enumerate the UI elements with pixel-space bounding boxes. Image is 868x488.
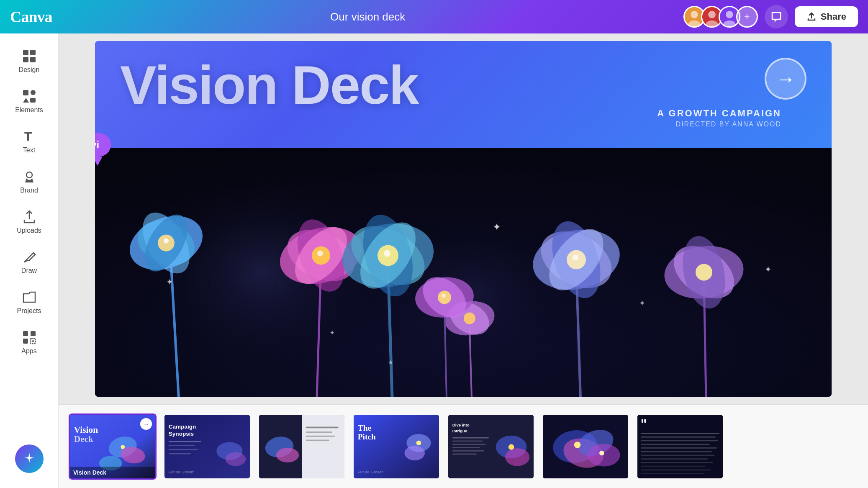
svg-text:Pitch: Pitch bbox=[358, 432, 376, 441]
svg-rect-137 bbox=[641, 455, 715, 456]
slide-subtitle: A GROWTH CAMPAIGN DIRECTED BY ANNA WOOD bbox=[657, 108, 781, 128]
canvas-container[interactable]: Vivi Vision Deck → A GROWTH CAMPAIGN DIR… bbox=[95, 41, 832, 397]
svg-point-127 bbox=[574, 442, 581, 448]
sidebar-item-text[interactable]: T Text bbox=[4, 122, 54, 161]
svg-point-49 bbox=[384, 250, 390, 257]
svg-rect-89 bbox=[169, 449, 198, 450]
document-title[interactable]: Our vision deck bbox=[330, 10, 405, 23]
design-icon bbox=[22, 49, 37, 64]
svg-rect-136 bbox=[641, 451, 712, 452]
svg-point-1 bbox=[691, 11, 698, 18]
svg-rect-96 bbox=[302, 415, 344, 478]
share-label: Share bbox=[821, 11, 846, 22]
svg-text:✦: ✦ bbox=[166, 277, 173, 287]
svg-point-18 bbox=[26, 172, 32, 178]
svg-point-128 bbox=[599, 450, 604, 455]
slide-arrow-button[interactable]: → bbox=[765, 58, 806, 100]
text-label: Text bbox=[23, 146, 35, 154]
svg-rect-113 bbox=[452, 437, 489, 438]
svg-point-65 bbox=[696, 264, 712, 281]
svg-text:Future Growth: Future Growth bbox=[169, 470, 195, 474]
slide-canvas[interactable]: Vision Deck → A GROWTH CAMPAIGN DIRECTED… bbox=[95, 41, 832, 397]
sidebar-item-brand[interactable]: Brand bbox=[4, 162, 54, 201]
thumbnail-2[interactable]: Campaign Synopsis Future Growth bbox=[163, 414, 251, 480]
svg-point-70 bbox=[442, 294, 446, 298]
svg-text:✦: ✦ bbox=[639, 299, 645, 308]
svg-rect-115 bbox=[452, 444, 486, 445]
svg-point-5 bbox=[706, 21, 718, 28]
svg-rect-141 bbox=[641, 469, 711, 470]
svg-text:✦: ✦ bbox=[765, 265, 772, 274]
thumbnail-6[interactable] bbox=[542, 414, 629, 480]
elements-label: Elements bbox=[15, 106, 43, 114]
draw-icon bbox=[22, 249, 37, 265]
sidebar-item-design[interactable]: Design bbox=[4, 42, 54, 80]
slide-title-part2: Deck bbox=[292, 54, 419, 116]
thumbnail-4[interactable]: The Pitch Future Growth bbox=[352, 414, 440, 480]
magic-button[interactable] bbox=[15, 444, 44, 473]
svg-rect-90 bbox=[169, 453, 191, 454]
svg-rect-142 bbox=[641, 473, 704, 474]
apps-icon bbox=[22, 330, 37, 345]
svg-point-8 bbox=[724, 21, 735, 28]
svg-rect-129 bbox=[637, 415, 723, 478]
sidebar-item-apps[interactable]: Apps bbox=[4, 323, 54, 362]
brand-icon bbox=[22, 169, 37, 184]
svg-text:Vision: Vision bbox=[74, 424, 98, 434]
svg-point-2 bbox=[688, 21, 700, 28]
svg-text:Dive into: Dive into bbox=[452, 423, 470, 427]
svg-point-14 bbox=[31, 90, 36, 95]
svg-rect-117 bbox=[452, 450, 484, 451]
add-collaborator-button[interactable]: + bbox=[736, 6, 758, 28]
magic-icon bbox=[23, 452, 36, 465]
svg-point-120 bbox=[505, 448, 529, 466]
svg-text:★: ★ bbox=[388, 359, 393, 366]
svg-rect-102 bbox=[306, 439, 329, 441]
svg-point-121 bbox=[508, 444, 514, 450]
header-center: Our vision deck bbox=[330, 10, 405, 23]
svg-rect-118 bbox=[452, 453, 477, 455]
sidebar-item-projects[interactable]: Projects bbox=[4, 283, 54, 321]
svg-point-98 bbox=[276, 447, 299, 462]
svg-point-4 bbox=[708, 11, 716, 18]
thumbnail-3[interactable] bbox=[258, 414, 346, 480]
share-button[interactable]: Share bbox=[795, 6, 858, 27]
header-right: + Share bbox=[683, 5, 858, 28]
svg-rect-12 bbox=[30, 57, 36, 62]
svg-rect-101 bbox=[306, 435, 335, 437]
thumbnail-1[interactable]: Vision Deck → Vision Deck bbox=[69, 414, 157, 480]
thumb-1-label: Vision Deck bbox=[70, 467, 155, 478]
svg-rect-10 bbox=[30, 50, 36, 55]
svg-rect-140 bbox=[641, 465, 706, 467]
design-label: Design bbox=[19, 66, 40, 74]
svg-text:✦: ✦ bbox=[493, 221, 501, 233]
svg-point-126 bbox=[588, 444, 620, 466]
svg-rect-134 bbox=[641, 444, 710, 445]
svg-point-35 bbox=[164, 239, 169, 244]
svg-text:Future Growth: Future Growth bbox=[358, 470, 384, 474]
svg-point-108 bbox=[404, 446, 425, 460]
slide-title-part1: Vision bbox=[120, 54, 292, 116]
svg-rect-16 bbox=[30, 98, 36, 103]
share-icon bbox=[806, 12, 817, 22]
apps-label: Apps bbox=[21, 347, 36, 355]
sidebar-item-elements[interactable]: Elements bbox=[4, 82, 54, 121]
svg-rect-87 bbox=[169, 441, 201, 442]
slide-title: Vision Deck bbox=[120, 54, 419, 116]
svg-point-93 bbox=[226, 452, 246, 466]
sidebar-item-uploads[interactable]: Uploads bbox=[4, 203, 54, 241]
svg-text:✦: ✦ bbox=[329, 329, 335, 336]
thumb-1-badge: → bbox=[140, 418, 152, 430]
svg-rect-11 bbox=[23, 57, 28, 62]
projects-icon bbox=[22, 290, 37, 305]
thumbnail-7[interactable]: " bbox=[636, 414, 724, 480]
canva-logo[interactable]: Canva bbox=[10, 8, 52, 26]
svg-point-83 bbox=[121, 445, 125, 449]
svg-rect-133 bbox=[641, 440, 718, 441]
comment-button[interactable] bbox=[765, 5, 788, 28]
svg-rect-88 bbox=[169, 445, 195, 446]
svg-rect-9 bbox=[23, 50, 28, 55]
projects-label: Projects bbox=[17, 307, 41, 315]
thumbnail-5[interactable]: Dive into Intrigue bbox=[447, 414, 535, 480]
sidebar-item-draw[interactable]: Draw bbox=[4, 243, 54, 281]
